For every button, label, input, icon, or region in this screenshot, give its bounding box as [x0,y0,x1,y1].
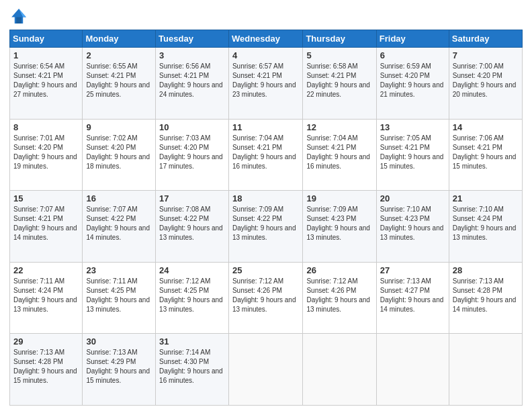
day-info: Sunrise: 6:58 AMSunset: 4:21 PMDaylight:… [306,62,370,98]
day-number: 8 [13,122,79,132]
day-info: Sunrise: 7:11 AMSunset: 4:24 PMDaylight:… [13,277,77,313]
day-header-tuesday: Tuesday [156,30,229,48]
day-info: Sunrise: 7:10 AMSunset: 4:23 PMDaylight:… [380,205,444,241]
day-number: 23 [86,265,152,275]
day-cell: 17 Sunrise: 7:08 AMSunset: 4:22 PMDaylig… [156,191,229,263]
day-number: 5 [306,50,372,60]
day-cell: 28 Sunrise: 7:13 AMSunset: 4:28 PMDaylig… [449,262,522,334]
day-info: Sunrise: 7:07 AMSunset: 4:21 PMDaylight:… [13,205,77,241]
day-info: Sunrise: 7:12 AMSunset: 4:26 PMDaylight:… [232,277,296,313]
day-cell [449,334,522,406]
day-cell: 23 Sunrise: 7:11 AMSunset: 4:25 PMDaylig… [83,262,156,334]
day-info: Sunrise: 6:59 AMSunset: 4:20 PMDaylight:… [380,62,444,98]
day-header-monday: Monday [83,30,156,48]
day-number: 30 [86,336,152,347]
day-number: 10 [159,122,225,132]
week-row-4: 22 Sunrise: 7:11 AMSunset: 4:24 PMDaylig… [10,262,523,334]
calendar-body: 1 Sunrise: 6:54 AMSunset: 4:21 PMDayligh… [10,48,523,406]
day-info: Sunrise: 6:56 AMSunset: 4:21 PMDaylight:… [159,62,223,98]
day-number: 2 [86,50,152,60]
day-info: Sunrise: 7:04 AMSunset: 4:21 PMDaylight:… [232,134,296,170]
day-cell: 24 Sunrise: 7:12 AMSunset: 4:25 PMDaylig… [156,262,229,334]
day-info: Sunrise: 7:09 AMSunset: 4:23 PMDaylight:… [306,205,370,241]
day-info: Sunrise: 7:11 AMSunset: 4:25 PMDaylight:… [86,277,150,313]
day-cell: 12 Sunrise: 7:04 AMSunset: 4:21 PMDaylig… [303,119,376,191]
day-header-sunday: Sunday [10,30,83,48]
day-header-friday: Friday [376,30,449,48]
day-info: Sunrise: 7:12 AMSunset: 4:25 PMDaylight:… [159,277,223,313]
day-number: 16 [86,193,152,203]
day-cell [376,334,449,406]
calendar-header: SundayMondayTuesdayWednesdayThursdayFrid… [10,30,523,48]
day-cell: 5 Sunrise: 6:58 AMSunset: 4:21 PMDayligh… [303,48,376,120]
day-number: 18 [232,193,299,203]
day-number: 11 [232,122,299,132]
day-header-saturday: Saturday [449,30,522,48]
day-number: 21 [453,193,519,203]
day-number: 12 [306,122,372,132]
day-number: 15 [13,193,79,203]
day-cell: 26 Sunrise: 7:12 AMSunset: 4:26 PMDaylig… [303,262,376,334]
day-cell: 16 Sunrise: 7:07 AMSunset: 4:22 PMDaylig… [83,191,156,263]
week-row-1: 1 Sunrise: 6:54 AMSunset: 4:21 PMDayligh… [10,48,523,120]
day-cell: 29 Sunrise: 7:13 AMSunset: 4:28 PMDaylig… [10,334,83,406]
day-cell: 6 Sunrise: 6:59 AMSunset: 4:20 PMDayligh… [376,48,449,120]
day-info: Sunrise: 7:13 AMSunset: 4:28 PMDaylight:… [13,349,77,384]
day-cell: 21 Sunrise: 7:10 AMSunset: 4:24 PMDaylig… [449,191,522,263]
day-header-thursday: Thursday [303,30,376,48]
day-cell: 13 Sunrise: 7:05 AMSunset: 4:21 PMDaylig… [376,119,449,191]
day-number: 13 [380,122,445,132]
day-info: Sunrise: 7:12 AMSunset: 4:26 PMDaylight:… [306,277,370,313]
day-number: 7 [453,50,519,60]
day-info: Sunrise: 7:08 AMSunset: 4:22 PMDaylight:… [159,205,223,241]
day-number: 28 [453,265,519,275]
day-info: Sunrise: 7:13 AMSunset: 4:29 PMDaylight:… [86,349,150,384]
header-row: SundayMondayTuesdayWednesdayThursdayFrid… [10,30,523,48]
day-cell: 2 Sunrise: 6:55 AMSunset: 4:21 PMDayligh… [83,48,156,120]
svg-rect-2 [16,17,21,24]
day-info: Sunrise: 7:07 AMSunset: 4:22 PMDaylight:… [86,205,150,241]
day-number: 4 [232,50,299,60]
day-number: 6 [380,50,445,60]
day-cell: 3 Sunrise: 6:56 AMSunset: 4:21 PMDayligh… [156,48,229,120]
day-cell: 14 Sunrise: 7:06 AMSunset: 4:21 PMDaylig… [449,119,522,191]
day-cell: 9 Sunrise: 7:02 AMSunset: 4:20 PMDayligh… [83,119,156,191]
day-cell [228,334,302,406]
day-info: Sunrise: 7:04 AMSunset: 4:21 PMDaylight:… [306,134,370,170]
day-number: 24 [159,265,225,275]
day-info: Sunrise: 6:55 AMSunset: 4:21 PMDaylight:… [86,62,150,98]
day-cell: 25 Sunrise: 7:12 AMSunset: 4:26 PMDaylig… [228,262,302,334]
day-info: Sunrise: 7:13 AMSunset: 4:27 PMDaylight:… [380,277,444,313]
header [9,7,523,26]
day-header-wednesday: Wednesday [228,30,302,48]
day-number: 29 [13,336,79,347]
day-cell: 27 Sunrise: 7:13 AMSunset: 4:27 PMDaylig… [376,262,449,334]
day-info: Sunrise: 7:14 AMSunset: 4:30 PMDaylight:… [159,349,223,384]
day-number: 3 [159,50,225,60]
day-info: Sunrise: 7:03 AMSunset: 4:20 PMDaylight:… [159,134,223,170]
day-number: 1 [13,50,79,60]
day-cell: 31 Sunrise: 7:14 AMSunset: 4:30 PMDaylig… [156,334,229,406]
day-cell: 22 Sunrise: 7:11 AMSunset: 4:24 PMDaylig… [10,262,83,334]
calendar-table: SundayMondayTuesdayWednesdayThursdayFrid… [9,30,523,406]
day-cell: 10 Sunrise: 7:03 AMSunset: 4:20 PMDaylig… [156,119,229,191]
day-cell: 18 Sunrise: 7:09 AMSunset: 4:22 PMDaylig… [228,191,302,263]
day-info: Sunrise: 7:13 AMSunset: 4:28 PMDaylight:… [453,277,517,313]
day-cell [303,334,376,406]
day-info: Sunrise: 7:09 AMSunset: 4:22 PMDaylight:… [232,205,296,241]
logo [9,7,31,26]
day-number: 17 [159,193,225,203]
week-row-2: 8 Sunrise: 7:01 AMSunset: 4:20 PMDayligh… [10,119,523,191]
day-number: 31 [159,336,225,347]
day-number: 22 [13,265,79,275]
day-info: Sunrise: 7:05 AMSunset: 4:21 PMDaylight:… [380,134,444,170]
day-info: Sunrise: 7:02 AMSunset: 4:20 PMDaylight:… [86,134,150,170]
week-row-5: 29 Sunrise: 7:13 AMSunset: 4:28 PMDaylig… [10,334,523,406]
day-number: 9 [86,122,152,132]
day-number: 26 [306,265,372,275]
day-number: 20 [380,193,445,203]
day-info: Sunrise: 6:54 AMSunset: 4:21 PMDaylight:… [13,62,77,98]
day-number: 19 [306,193,372,203]
day-cell: 20 Sunrise: 7:10 AMSunset: 4:23 PMDaylig… [376,191,449,263]
logo-icon [9,7,28,26]
